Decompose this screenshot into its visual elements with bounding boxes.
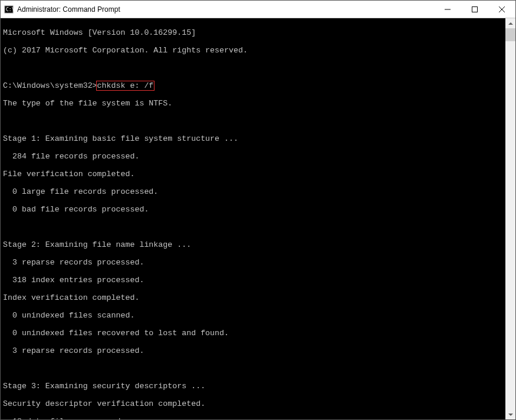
command-highlight: chkdsk e: /f	[96, 81, 155, 91]
output-line: 0 unindexed files recovered to lost and …	[3, 329, 513, 338]
svg-marker-7	[508, 414, 513, 416]
output-line: Microsoft Windows [Version 10.0.16299.15…	[3, 28, 513, 37]
scroll-thumb[interactable]	[505, 28, 515, 41]
output-line: 3 reparse records processed.	[3, 258, 513, 267]
window-title: Administrator: Command Prompt	[17, 5, 434, 14]
svg-marker-6	[508, 22, 513, 25]
command-text: chkdsk e: /f	[97, 81, 154, 90]
output-line: 0 bad file records processed.	[3, 205, 513, 214]
cmd-icon: C:\	[4, 5, 14, 14]
output-line	[3, 223, 513, 232]
output-line: Stage 3: Examining security descriptors …	[3, 382, 513, 391]
output-line: 3 reparse records processed.	[3, 346, 513, 355]
titlebar[interactable]: C:\ Administrator: Command Prompt	[1, 1, 515, 18]
output-line: 0 large file records processed.	[3, 187, 513, 196]
output-line: Index verification completed.	[3, 293, 513, 302]
output-line: Stage 1: Examining basic file system str…	[3, 134, 513, 143]
prompt-line: C:\Windows\system32>chkdsk e: /f	[3, 81, 513, 90]
svg-text:C:\: C:\	[6, 7, 14, 12]
output-line: Security descriptor verification complet…	[3, 399, 513, 408]
minimize-button[interactable]	[434, 1, 461, 18]
prompt-prefix: C:\Windows\system32>	[3, 81, 97, 90]
close-button[interactable]	[488, 1, 515, 18]
vertical-scrollbar[interactable]	[505, 18, 515, 419]
output-line: 284 file records processed.	[3, 152, 513, 161]
output-line: 0 unindexed files scanned.	[3, 311, 513, 320]
output-line: 318 index entries processed.	[3, 276, 513, 285]
output-line: The type of the file system is NTFS.	[3, 99, 513, 108]
output-line	[3, 64, 513, 72]
output-line	[3, 117, 513, 125]
window-controls	[434, 1, 515, 18]
scroll-up-arrow[interactable]	[505, 18, 515, 28]
output-line: File verification completed.	[3, 170, 513, 178]
scroll-down-arrow[interactable]	[505, 409, 515, 419]
output-line: 18 data files processed.	[3, 417, 513, 419]
svg-rect-3	[472, 6, 478, 12]
output-line: Stage 2: Examining file name linkage ...	[3, 240, 513, 249]
scroll-track[interactable]	[505, 28, 515, 409]
output-line	[3, 364, 513, 373]
output-line: (c) 2017 Microsoft Corporation. All righ…	[3, 46, 513, 55]
console-area[interactable]: Microsoft Windows [Version 10.0.16299.15…	[1, 18, 515, 419]
maximize-button[interactable]	[461, 1, 488, 18]
